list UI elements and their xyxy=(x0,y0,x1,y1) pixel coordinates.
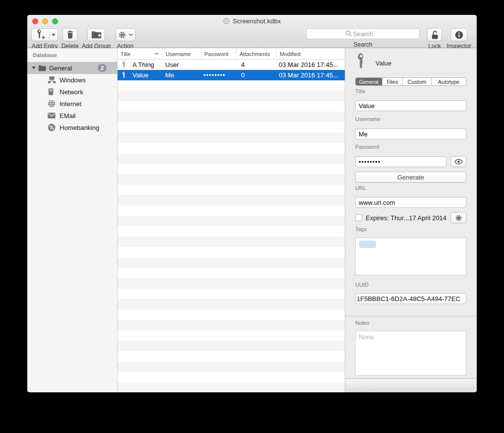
app-window: Screenshot.kdbx Add Entry xyxy=(27,15,477,392)
username-field[interactable] xyxy=(355,128,466,139)
tag-token xyxy=(359,241,376,248)
table-header: Title Username Password Attachments Modi… xyxy=(118,48,345,60)
chevron-down-icon xyxy=(52,34,56,36)
search-input[interactable] xyxy=(306,28,420,39)
sidebar-section-header: Database xyxy=(33,52,57,58)
sidebar-item-label: Windows xyxy=(60,76,86,84)
empty-row-stripes xyxy=(118,80,345,392)
inspector-button[interactable] xyxy=(450,28,467,41)
title-field-label: Title xyxy=(355,88,365,94)
envelope-icon xyxy=(48,113,56,119)
toolbar: Add Entry Delete xyxy=(27,27,477,48)
percent-icon xyxy=(48,124,56,131)
entry-count-badge: 2 xyxy=(98,64,107,72)
server-icon xyxy=(48,88,54,96)
notes-field[interactable] xyxy=(355,331,466,375)
title-field[interactable] xyxy=(355,100,466,111)
add-entry-dropdown[interactable] xyxy=(49,29,58,41)
username-field-label: Username xyxy=(355,116,380,122)
tags-field-label: Tags xyxy=(355,226,367,232)
password-field[interactable] xyxy=(355,156,446,167)
gear-icon xyxy=(455,214,462,222)
sidebar-item-label: Internet xyxy=(60,100,81,108)
uuid-field-label: UUID xyxy=(355,282,369,288)
cell-title: Value xyxy=(132,70,148,80)
tab-custom[interactable]: Custom xyxy=(402,78,431,85)
expires-label: Expires: Thur...17 April 2014 xyxy=(366,214,446,222)
lock-button[interactable] xyxy=(427,28,442,41)
sidebar-item-label: General xyxy=(49,64,72,72)
section-divider xyxy=(345,316,477,316)
cell-attachments: 0 xyxy=(241,70,245,80)
disclosure-triangle-icon[interactable] xyxy=(32,66,36,69)
tags-field[interactable] xyxy=(355,238,466,275)
action-button[interactable] xyxy=(116,28,135,41)
add-entry-button[interactable] xyxy=(31,28,58,41)
cell-attachments: 4 xyxy=(241,60,245,70)
password-field-label: Password xyxy=(355,144,379,150)
url-field-label: URL xyxy=(355,185,366,191)
cell-title: A Thing xyxy=(132,60,154,70)
folder-icon xyxy=(38,65,46,71)
cell-modified: 03 Mar 2016 17:45... xyxy=(279,60,338,70)
cell-username: Me xyxy=(165,70,174,80)
column-header-title[interactable]: Title xyxy=(118,48,162,60)
column-header-attachments[interactable]: Attachments xyxy=(236,48,276,60)
add-group-button[interactable] xyxy=(87,28,105,41)
entry-table: Title Username Password Attachments Modi… xyxy=(118,48,345,392)
inspector-tabs: General Files Custom Autotype xyxy=(355,77,466,86)
generate-button[interactable]: Generate xyxy=(355,172,466,183)
column-header-password[interactable]: Password xyxy=(201,48,236,60)
sidebar-item-network[interactable]: Network xyxy=(27,86,117,98)
sidebar-item-internet[interactable]: Internet xyxy=(27,98,117,110)
inspector-panel: Value General Files Custom Autotype Titl… xyxy=(345,48,477,392)
sidebar-item-label: Network xyxy=(60,88,83,96)
search-area: Search xyxy=(306,28,420,48)
trash-icon xyxy=(66,30,74,39)
globe-icon xyxy=(48,100,56,108)
tab-general[interactable]: General xyxy=(356,78,382,85)
inspector-footer xyxy=(345,378,477,392)
sidebar-item-windows[interactable]: Windows xyxy=(27,74,117,86)
cell-modified: 03 Mar 2016 17:45... xyxy=(279,70,338,80)
safe-dial-icon xyxy=(223,18,230,24)
key-icon xyxy=(122,61,126,68)
gear-icon xyxy=(118,31,126,39)
sidebar-item-label: EMail xyxy=(60,112,76,120)
chevron-down-icon xyxy=(128,33,133,36)
cell-username: User xyxy=(165,60,179,70)
table-row[interactable]: A Thing User 4 03 Mar 2016 17:45... xyxy=(118,60,345,70)
eye-icon xyxy=(454,159,463,165)
sort-ascending-icon xyxy=(154,52,159,55)
key-icon xyxy=(122,71,126,79)
sidebar-item-homebanking[interactable]: Homebanking xyxy=(27,122,117,133)
key-icon xyxy=(355,52,367,71)
open-padlock-icon xyxy=(431,30,439,40)
uuid-field[interactable] xyxy=(355,293,466,304)
computer-network-icon xyxy=(48,76,56,84)
tab-files[interactable]: Files xyxy=(382,78,402,85)
reveal-password-button[interactable] xyxy=(450,156,466,167)
column-header-modified[interactable]: Modified xyxy=(276,48,345,60)
sidebar: Database General 2 xyxy=(27,48,118,392)
sidebar-item-general[interactable]: General 2 xyxy=(27,62,117,74)
tab-autotype[interactable]: Autotype xyxy=(431,78,466,85)
expires-settings-button[interactable] xyxy=(450,212,466,223)
delete-button[interactable] xyxy=(63,28,77,41)
info-icon xyxy=(455,31,463,39)
sidebar-item-label: Homebanking xyxy=(60,124,99,131)
search-label: Search xyxy=(306,41,420,48)
key-plus-icon[interactable] xyxy=(32,29,49,41)
cell-password: •••••••• xyxy=(203,70,225,80)
url-field[interactable] xyxy=(355,197,466,208)
notes-field-label: Notes xyxy=(355,320,370,326)
table-row-selected[interactable]: Value Me •••••••• 0 03 Mar 2016 17:45... xyxy=(118,70,345,80)
expires-checkbox[interactable] xyxy=(355,214,362,221)
window-title: Screenshot.kdbx xyxy=(233,17,281,25)
column-header-username[interactable]: Username xyxy=(162,48,201,60)
titlebar: Screenshot.kdbx xyxy=(27,15,477,27)
window-chrome: Screenshot.kdbx Add Entry xyxy=(27,15,477,48)
entry-title: Value xyxy=(376,60,391,67)
sidebar-item-email[interactable]: EMail xyxy=(27,110,117,122)
folder-plus-icon xyxy=(91,31,102,39)
